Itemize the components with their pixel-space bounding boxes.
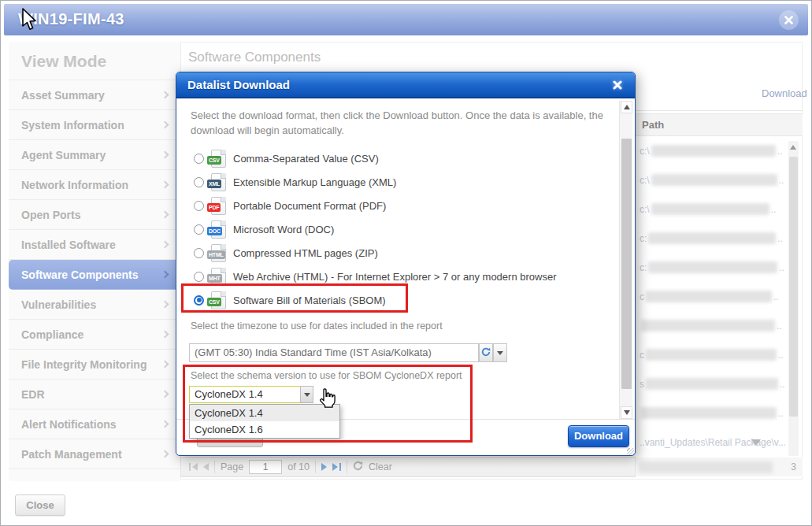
radio-button[interactable]: [194, 248, 204, 258]
redacted-path: [648, 232, 776, 244]
scroll-down-button[interactable]: [621, 406, 632, 419]
schema-option-1-6[interactable]: CycloneDX 1.6: [190, 421, 339, 438]
sidebar-item-label: Installed Software: [21, 239, 116, 251]
page-label: Page: [221, 461, 243, 472]
sidebar-item-system-information[interactable]: System Information: [9, 110, 180, 140]
scrollbar-thumb[interactable]: [621, 139, 632, 389]
next-page-button[interactable]: [321, 463, 327, 471]
clear-button[interactable]: Clear: [369, 461, 392, 472]
sidebar-item-network-information[interactable]: Network Information: [9, 170, 180, 200]
chevron-right-icon: [161, 121, 169, 129]
sidebar-item-label: Agent Summary: [21, 149, 106, 161]
close-icon: [784, 13, 793, 28]
sidebar-item-software-components[interactable]: Software Components: [9, 260, 180, 290]
schema-label: Select the schema version to use for SBO…: [191, 370, 462, 381]
close-icon: [613, 79, 622, 93]
sidebar-item-file-integrity-monitoring[interactable]: File Integrity Monitoring: [9, 350, 180, 380]
sidebar-item-label: Open Ports: [21, 209, 80, 221]
table-row: c:\..: [636, 136, 785, 165]
page-title: Software Components: [188, 50, 321, 65]
resize-grip[interactable]: [627, 448, 634, 455]
table-scrollbar[interactable]: [788, 141, 799, 456]
sidebar-item-alert-notifications[interactable]: Alert Notifications: [9, 409, 180, 439]
timezone-refresh-button[interactable]: [479, 343, 493, 362]
pdf-badge: PDF: [207, 203, 221, 212]
close-button[interactable]: Close: [15, 495, 65, 516]
chevron-right-icon: [161, 181, 169, 189]
divider: [636, 110, 803, 111]
dialog-scrollbar[interactable]: [619, 101, 632, 419]
path-column-header: Path: [636, 113, 803, 136]
timezone-value: (GMT 05:30) India Standard Time (IST Asi…: [195, 346, 432, 358]
download-link[interactable]: Download: [762, 87, 807, 99]
next-page-icon: [321, 463, 327, 471]
sidebar-item-vulnerabilities[interactable]: Vulnerabilities: [9, 290, 180, 320]
chevron-right-icon: [161, 301, 169, 309]
table-row: ..vanti_Updates\Retail Package\v...: [636, 428, 785, 457]
table-row: s..: [636, 369, 785, 398]
radio-button[interactable]: [194, 154, 204, 164]
chevron-right-icon: [161, 331, 169, 339]
format-option-mht[interactable]: MHT Web Archive (HTML) - For Internet Ex…: [194, 266, 557, 287]
sidebar-item-edr[interactable]: EDR: [9, 380, 180, 409]
radio-button[interactable]: [194, 177, 204, 187]
download-button[interactable]: Download: [568, 425, 629, 447]
sidebar-item-open-ports[interactable]: Open Ports: [9, 200, 180, 230]
first-page-button[interactable]: [189, 463, 198, 471]
prev-page-button[interactable]: [203, 463, 209, 471]
timezone-select[interactable]: (GMT 05:30) India Standard Time (IST Asi…: [189, 343, 479, 362]
format-option-doc[interactable]: DOC Microsoft Word (DOC): [194, 219, 334, 239]
format-option-pdf[interactable]: PDF Portable Document Format (PDF): [194, 195, 386, 216]
chevron-down-icon: [304, 393, 310, 397]
format-option-sbom[interactable]: CSV Software Bill of Materials (SBOM): [194, 290, 386, 310]
schema-select[interactable]: CycloneDX 1.4: [189, 386, 313, 403]
chevron-right-icon: [161, 91, 169, 99]
refresh-icon[interactable]: [353, 461, 363, 473]
redacted-path: [646, 349, 777, 361]
last-page-button[interactable]: [332, 463, 341, 471]
mht-badge: MHT: [207, 274, 222, 283]
sidebar-item-label: File Integrity Monitoring: [21, 358, 146, 371]
sidebar-heading: View Mode: [9, 42, 180, 80]
xml-badge: XML: [207, 180, 221, 188]
timezone-dropdown-button[interactable]: [493, 343, 507, 362]
dialog-close-button[interactable]: [609, 77, 625, 94]
divider: [214, 461, 215, 473]
sidebar-item-asset-summary[interactable]: Asset Summary: [9, 80, 180, 110]
format-option-zip[interactable]: HTML Compressed HTML pages (ZIP): [194, 243, 378, 263]
sidebar-item-label: Software Components: [21, 269, 139, 281]
file-icon: CSV: [211, 291, 226, 309]
radio-button[interactable]: [194, 224, 204, 235]
table-row: c..: [636, 340, 785, 369]
redacted-path: [639, 461, 773, 473]
csv-badge: CSV: [207, 298, 221, 306]
sidebar-item-compliance[interactable]: Compliance: [9, 320, 180, 350]
schema-dropdown-button[interactable]: [300, 386, 313, 403]
radio-button-selected[interactable]: [194, 295, 204, 306]
page-number-input[interactable]: [249, 460, 282, 474]
sidebar-item-agent-summary[interactable]: Agent Summary: [9, 140, 180, 170]
refresh-icon: [481, 346, 491, 360]
divider: [347, 461, 347, 473]
scroll-up-button[interactable]: [621, 101, 632, 113]
format-label: Web Archive (HTML) - For Internet Explor…: [233, 271, 557, 283]
sidebar-item-installed-software[interactable]: Installed Software: [9, 230, 180, 260]
application-window: WIN19-FIM-43 View Mode Asset Summary Sys…: [0, 0, 812, 526]
scroll-up-icon: [624, 105, 630, 109]
radio-button[interactable]: [194, 201, 204, 211]
chevron-right-icon: [161, 151, 169, 159]
dialog-titlebar[interactable]: Datalist Download: [176, 72, 635, 98]
format-option-csv[interactable]: CSV Comma-Separated Value (CSV): [194, 148, 379, 169]
window-close-button[interactable]: [779, 10, 799, 30]
pagination-toolbar: Page of 10 Clear: [180, 457, 636, 477]
sidebar-item-patch-management[interactable]: Patch Management: [9, 439, 180, 469]
scrollbar-thumb[interactable]: [789, 157, 798, 417]
table-count-row: 3: [636, 457, 803, 476]
file-icon: XML: [211, 173, 226, 191]
redacted-path: [651, 174, 777, 186]
schema-option-1-4[interactable]: CycloneDX 1.4: [190, 405, 339, 421]
sidebar-item-label: System Information: [21, 119, 124, 132]
format-label: Compressed HTML pages (ZIP): [233, 247, 378, 259]
radio-button[interactable]: [194, 272, 204, 282]
format-option-xml[interactable]: XML Extensible Markup Language (XML): [194, 172, 396, 192]
